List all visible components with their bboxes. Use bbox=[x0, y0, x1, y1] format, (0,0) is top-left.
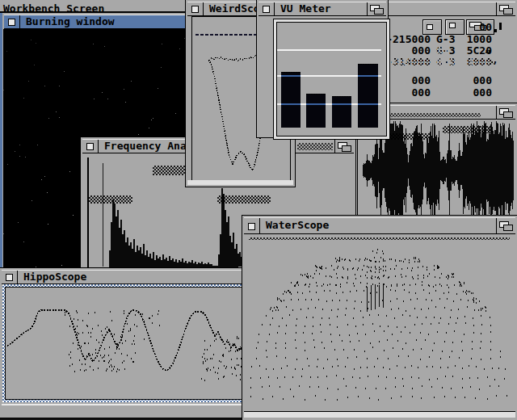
vu-meter-window: VU Meter bbox=[257, 0, 388, 137]
waterscope-titlebar[interactable]: WaterScope bbox=[244, 217, 515, 234]
tracker-mark bbox=[494, 29, 497, 32]
waterscope-bottom-border bbox=[244, 411, 515, 418]
ghost-band bbox=[443, 126, 493, 133]
close-gadget[interactable] bbox=[2, 271, 18, 284]
tracker-mark bbox=[499, 23, 502, 30]
depth-icon bbox=[498, 107, 514, 118]
tracker-counter: 00 bbox=[453, 21, 492, 33]
tracker-cell: 1000 bbox=[453, 33, 492, 45]
depth-gadget[interactable] bbox=[367, 2, 386, 15]
depth-gadget[interactable] bbox=[496, 106, 515, 119]
vu-canvas bbox=[277, 23, 386, 136]
waterscope-canvas bbox=[249, 237, 510, 414]
ghost-band bbox=[89, 195, 132, 204]
close-gadget[interactable] bbox=[82, 140, 99, 153]
burning-title: Burning window bbox=[20, 15, 115, 28]
waterscope-title: WaterScope bbox=[260, 218, 329, 233]
hipposcope-title: HippoScope bbox=[18, 271, 86, 284]
vu-title: VU Meter bbox=[275, 2, 331, 15]
depth-icon bbox=[337, 141, 352, 152]
close-icon bbox=[260, 3, 272, 15]
tracker-cell: 000 bbox=[453, 86, 492, 99]
close-gadget[interactable] bbox=[187, 2, 204, 15]
close-icon bbox=[189, 3, 201, 15]
waterscope-window: WaterScope bbox=[242, 216, 517, 420]
depth-icon bbox=[498, 220, 514, 231]
depth-gadget[interactable] bbox=[496, 218, 515, 233]
ghost-band bbox=[385, 58, 494, 69]
hipposcope-checker-frame bbox=[2, 284, 246, 402]
close-icon bbox=[246, 220, 258, 232]
close-gadget[interactable] bbox=[4, 15, 20, 28]
depth-icon bbox=[498, 4, 514, 15]
close-icon bbox=[3, 271, 15, 283]
depth-gadget[interactable] bbox=[496, 2, 515, 15]
hipposcope-titlebar[interactable]: HippoScope bbox=[2, 270, 247, 284]
hipposcope-canvas bbox=[6, 288, 243, 399]
dragbar-texture bbox=[297, 143, 333, 150]
vu-titlebar[interactable]: VU Meter bbox=[258, 2, 386, 16]
ghost-band bbox=[431, 44, 447, 102]
depth-icon bbox=[369, 4, 385, 15]
hipposcope-window: HippoScope bbox=[0, 268, 249, 418]
waterscope-top-texture bbox=[249, 237, 510, 240]
close-icon bbox=[84, 141, 96, 152]
close-gadget[interactable] bbox=[244, 218, 260, 233]
ghost-band bbox=[217, 195, 271, 204]
close-icon bbox=[6, 16, 18, 27]
vu-frame bbox=[274, 19, 389, 139]
close-gadget[interactable] bbox=[258, 2, 275, 15]
depth-gadget[interactable] bbox=[334, 140, 354, 153]
tracker-cell: 000 bbox=[453, 74, 492, 86]
weirdscope-bottom-border bbox=[187, 180, 293, 185]
workbench-screen: Workbench Screen Burning window bbox=[0, 0, 517, 420]
hipposcope-bottom-bar[interactable] bbox=[2, 404, 247, 416]
